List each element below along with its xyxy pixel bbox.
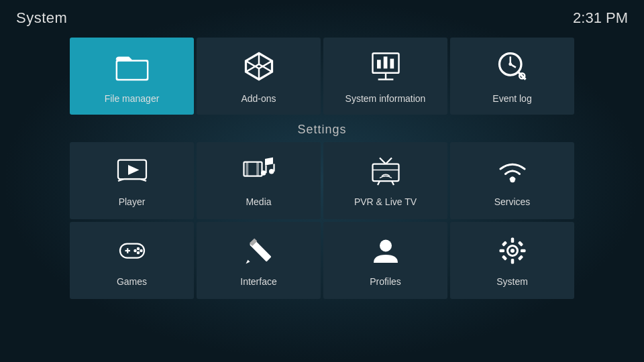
- tile-games[interactable]: Games: [70, 222, 194, 299]
- svg-rect-14: [390, 58, 394, 68]
- tile-system-information-label: System information: [345, 93, 426, 104]
- system-info-icon: [368, 49, 403, 88]
- svg-rect-53: [511, 237, 514, 243]
- svg-point-19: [508, 62, 512, 66]
- svg-line-35: [380, 158, 386, 164]
- addons-icon: [241, 49, 276, 88]
- tile-player-label: Player: [119, 196, 146, 207]
- games-icon: [116, 235, 148, 271]
- page-title: System: [16, 9, 67, 27]
- tile-file-manager-label: File manager: [105, 93, 160, 104]
- svg-rect-59: [501, 255, 506, 260]
- svg-point-50: [380, 239, 392, 251]
- tile-pvr-live-tv-label: PVR & Live TV: [354, 196, 417, 207]
- tile-event-log[interactable]: Event log: [450, 38, 574, 115]
- tile-media[interactable]: Media: [197, 142, 321, 219]
- settings-row-2: Games Interface Profiles: [0, 222, 644, 299]
- pvr-icon: [370, 155, 402, 191]
- tile-interface[interactable]: Interface: [197, 222, 321, 299]
- tile-system[interactable]: System: [450, 222, 574, 299]
- tile-media-label: Media: [246, 196, 271, 207]
- svg-point-44: [140, 249, 143, 252]
- svg-rect-56: [521, 249, 526, 252]
- settings-heading: Settings: [0, 123, 644, 137]
- folder-icon: [115, 49, 150, 88]
- svg-rect-12: [377, 60, 381, 68]
- svg-point-46: [133, 249, 137, 252]
- main-page: System 2:31 PM File manager: [0, 0, 644, 362]
- svg-rect-33: [372, 164, 398, 181]
- event-log-icon: [495, 49, 530, 88]
- svg-rect-27: [246, 162, 248, 176]
- tile-player[interactable]: Player: [70, 142, 194, 219]
- tile-games-label: Games: [117, 276, 147, 287]
- tile-system-information[interactable]: System information: [323, 38, 447, 115]
- tile-profiles[interactable]: Profiles: [323, 222, 447, 299]
- svg-rect-55: [499, 249, 504, 252]
- tile-profiles-label: Profiles: [370, 276, 401, 287]
- svg-point-52: [511, 249, 515, 253]
- svg-rect-57: [501, 241, 506, 246]
- media-icon: [243, 155, 275, 191]
- svg-rect-1: [117, 61, 147, 78]
- svg-rect-54: [511, 259, 514, 264]
- tile-system-label: System: [496, 276, 528, 287]
- svg-point-45: [136, 251, 140, 254]
- svg-rect-28: [256, 162, 259, 176]
- tile-add-ons-label: Add-ons: [241, 93, 276, 104]
- clock: 2:31 PM: [573, 9, 628, 27]
- tile-interface-label: Interface: [240, 276, 276, 287]
- tile-pvr-live-tv[interactable]: PVR & Live TV: [323, 142, 447, 219]
- interface-icon: [243, 235, 275, 271]
- svg-marker-48: [246, 259, 250, 263]
- top-tiles-row: File manager Add-ons: [0, 38, 644, 115]
- player-icon: [116, 155, 148, 191]
- settings-row-1: Player Media: [0, 142, 644, 219]
- tile-services-label: Services: [494, 196, 531, 207]
- svg-marker-22: [128, 165, 140, 175]
- svg-rect-13: [383, 56, 387, 68]
- tile-event-log-label: Event log: [492, 93, 531, 104]
- tile-services[interactable]: Services: [450, 142, 574, 219]
- svg-rect-60: [517, 255, 523, 260]
- services-icon: [496, 155, 529, 191]
- profiles-icon: [370, 235, 402, 271]
- system-icon: [496, 235, 529, 271]
- svg-rect-58: [517, 241, 523, 246]
- tile-add-ons[interactable]: Add-ons: [197, 38, 321, 115]
- svg-point-43: [136, 247, 140, 250]
- header: System 2:31 PM: [0, 0, 644, 35]
- svg-line-36: [386, 158, 392, 164]
- tile-file-manager[interactable]: File manager: [70, 38, 194, 115]
